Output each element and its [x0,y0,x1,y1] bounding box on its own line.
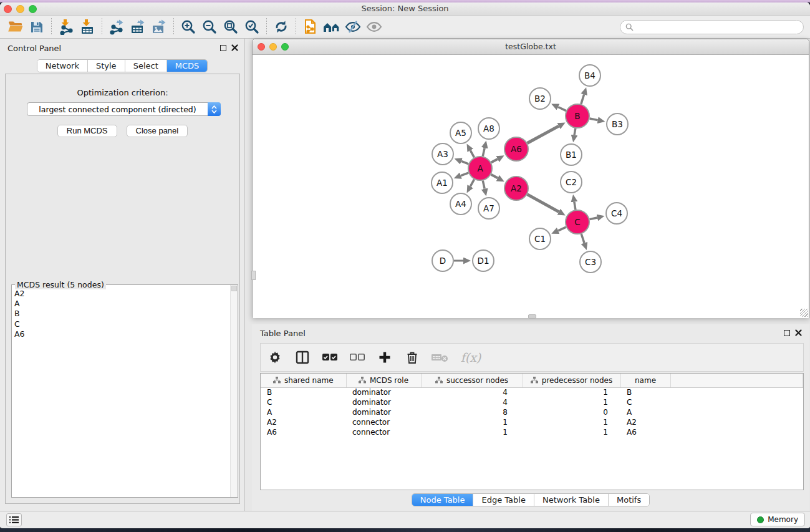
table-cell[interactable]: 1 [523,417,620,427]
import-table-button[interactable] [77,17,98,36]
minimize-window-button[interactable] [16,5,24,13]
search-input[interactable] [637,23,798,32]
close-table-panel-icon[interactable] [795,329,802,336]
export-image-button[interactable] [148,17,170,36]
node-B[interactable]: B [566,104,589,128]
table-cell[interactable]: dominator [346,397,421,407]
column-header-MCDS-role[interactable]: MCDS role [346,374,421,387]
canvas-left-handle[interactable] [251,271,256,280]
table-row[interactable]: Bdominator41B [261,387,803,397]
edge-A-A2[interactable] [491,175,498,178]
column-header-shared-name[interactable]: shared name [261,374,346,387]
table-cell[interactable]: 8 [421,407,523,417]
task-history-button[interactable] [6,513,22,526]
table-row[interactable]: A6connector11A6 [261,427,803,437]
network-zoom-button[interactable] [281,43,289,51]
zoom-selected-button[interactable] [241,17,263,36]
edge-C-C2[interactable] [574,202,576,210]
table-tab-edge-table[interactable]: Edge Table [473,494,534,506]
table-settings-button[interactable] [266,348,284,367]
node-A5[interactable]: A5 [450,122,471,143]
export-network-button[interactable] [106,17,127,36]
table-row[interactable]: Adominator80A [261,407,803,417]
column-header-successor-nodes[interactable]: successor nodes [421,374,523,387]
select-all-button[interactable] [321,348,339,367]
column-header-name[interactable]: name [620,374,670,387]
table-cell[interactable]: 1 [523,397,620,407]
float-table-panel-icon[interactable] [784,330,790,336]
network-close-button[interactable] [258,43,265,51]
table-cell[interactable]: 4 [421,387,523,397]
search-field[interactable] [620,20,804,34]
zoom-in-button[interactable] [178,17,199,36]
edge-A2-C[interactable] [528,195,559,212]
node-C[interactable]: C [566,210,589,234]
zoom-window-button[interactable] [29,5,37,13]
node-B2[interactable]: B2 [529,88,551,109]
table-cell[interactable]: C [261,397,346,407]
network-canvas-svg[interactable]: B4B2BB3A8A5A6A3B1AA1C2A2A4A7C4CC1DD1C3 [253,56,809,318]
table-cell[interactable]: A [620,407,670,417]
column-header-predecessor-nodes[interactable]: predecessor nodes [523,374,620,387]
hide-selected-button[interactable] [342,17,364,36]
table-cell[interactable]: connector [346,427,421,437]
table-cell[interactable]: A2 [261,417,346,427]
table-cell[interactable]: A2 [620,417,670,427]
window-resize-grip[interactable] [800,309,808,317]
table-cell[interactable]: A6 [620,427,670,437]
tab-mcds[interactable]: MCDS [167,60,208,72]
table-cell[interactable]: dominator [346,387,421,397]
table-tab-node-table[interactable]: Node Table [412,494,474,506]
table-row[interactable]: Cdominator41C [261,397,803,407]
node-D[interactable]: D [432,250,453,271]
result-scrollbar[interactable] [230,285,238,497]
network-minimize-button[interactable] [269,43,277,51]
table-cell[interactable]: A [261,407,346,417]
graphics-details-button[interactable] [321,17,342,36]
deselect-all-button[interactable] [348,348,367,367]
select-spinner[interactable] [208,102,221,116]
edge-C-C4[interactable] [590,218,597,220]
table-cell[interactable]: A6 [261,427,346,437]
edge-A6-B[interactable] [528,126,559,143]
tab-style[interactable]: Style [88,60,125,72]
node-A7[interactable]: A7 [478,198,499,219]
tab-select[interactable]: Select [125,60,167,72]
edge-C-C3[interactable] [581,234,584,243]
node-D1[interactable]: D1 [473,250,494,271]
zoom-out-button[interactable] [199,17,220,36]
memory-button[interactable]: Memory [750,513,805,526]
table-cell[interactable]: B [620,387,670,397]
edge-B-B4[interactable] [581,95,584,104]
mcds-result-item[interactable]: A6 [14,329,238,339]
mcds-result-item[interactable]: C [14,319,238,329]
delete-column-button[interactable] [403,348,422,367]
table-cell[interactable]: 0 [523,407,620,417]
table-cell[interactable]: dominator [346,407,421,417]
edge-C-C1[interactable] [558,227,566,231]
edge-A-A8[interactable] [483,148,485,156]
run-mcds-button[interactable]: Run MCDS [57,125,117,137]
edge-B-B2[interactable] [558,107,566,111]
export-table-button[interactable] [127,17,148,36]
tab-network[interactable]: Network [37,60,88,72]
node-B3[interactable]: B3 [607,114,628,135]
close-window-button[interactable] [4,5,12,13]
node-C1[interactable]: C1 [529,228,551,249]
node-B1[interactable]: B1 [561,144,582,165]
edge-B-B1[interactable] [574,128,576,135]
edge-A-A4[interactable] [470,180,474,186]
table-cell[interactable]: B [261,387,346,397]
node-A3[interactable]: A3 [432,143,453,165]
node-A4[interactable]: A4 [450,193,471,215]
node-B4[interactable]: B4 [579,65,600,86]
mcds-result-item[interactable]: A [14,299,238,309]
table-cell[interactable]: 1 [523,427,620,437]
optimization-criterion-select[interactable]: largest connected component (directed) [27,102,221,116]
mcds-result-item[interactable]: A2 [14,289,238,299]
node-A8[interactable]: A8 [478,118,499,139]
refresh-button[interactable] [271,17,292,36]
edge-A-A1[interactable] [461,173,468,176]
mcds-result-list[interactable]: A2ABCA6 [12,285,238,497]
toggle-panes-button[interactable] [293,348,312,367]
